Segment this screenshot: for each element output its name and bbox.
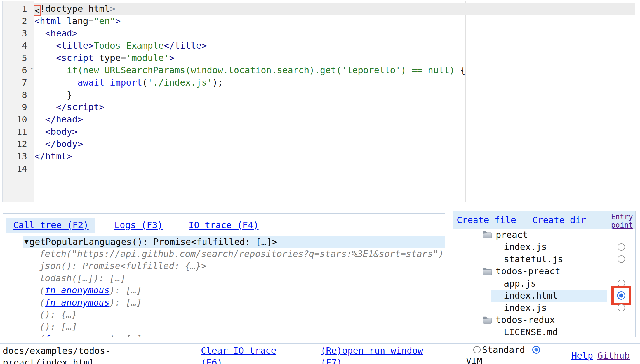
- entry-point-radio[interactable]: [618, 255, 625, 263]
- tree-item-label[interactable]: todos-redux: [482, 314, 607, 326]
- tree-indent: [453, 265, 482, 278]
- tree-item-label[interactable]: index.js: [491, 302, 607, 314]
- editor-line[interactable]: 3 <head>: [3, 27, 635, 39]
- tree-item-name: index.js: [504, 302, 547, 313]
- line-number: 3: [3, 27, 34, 39]
- call-tree: ▼getPopularLanguages(): Promise<fulfille…: [3, 236, 445, 337]
- editor-line[interactable]: 1<!doctype html>: [3, 3, 635, 15]
- tree-indent: [453, 229, 482, 241]
- tree-item-label[interactable]: index.html: [491, 290, 607, 302]
- tree-file-stateful.js[interactable]: stateful.js: [453, 253, 635, 265]
- entry-point-radio[interactable]: [618, 243, 625, 251]
- tab-logs-f3[interactable]: Logs (F3): [108, 218, 170, 233]
- call-tree-panel: Call tree (F2)Logs (F3)IO trace (F4) ▼ge…: [3, 213, 445, 337]
- standard-keymap-label[interactable]: Standard: [482, 344, 525, 355]
- code-token: [34, 53, 56, 63]
- code-editor[interactable]: 1<!doctype html>2<html lang="en">3 <head…: [2, 1, 635, 202]
- tree-item-name: todos-preact: [496, 266, 560, 276]
- line-number: 12: [3, 138, 34, 150]
- code-token: </html>: [34, 151, 72, 162]
- fn-anonymous-link[interactable]: fn anonymous: [45, 285, 109, 296]
- code-token: [34, 40, 56, 51]
- call-tree-node[interactable]: json(): Promise<fulfilled: {…}>: [3, 260, 445, 272]
- code-line-text: </script>: [34, 101, 635, 113]
- expanded-arrow-icon[interactable]: ▼: [24, 238, 29, 246]
- tree-folder-preact[interactable]: preact: [453, 229, 635, 241]
- editor-line[interactable]: 6▾ if(new URLSearchParams(window.locatio…: [3, 64, 635, 76]
- fn-anonymous-link[interactable]: fn anonymous: [45, 297, 109, 308]
- clear-io-trace-button[interactable]: Clear IO trace (F6): [201, 345, 285, 364]
- code-token: <title>: [56, 40, 94, 51]
- entry-point-radio-selected[interactable]: [617, 291, 625, 300]
- entry-point-radio[interactable]: [618, 304, 625, 311]
- editor-line[interactable]: 4 <title>Todos Example</title>: [3, 39, 635, 52]
- call-tree-node[interactable]: (): {…}: [3, 309, 445, 321]
- editor-lines[interactable]: 1<!doctype html>2<html lang="en">3 <head…: [3, 3, 635, 175]
- standard-keymap-radio[interactable]: [473, 346, 481, 353]
- page-bottom-border: [0, 363, 640, 363]
- tree-item-label[interactable]: preact: [482, 229, 607, 241]
- create-dir-button[interactable]: Create dir: [532, 215, 586, 225]
- editor-line[interactable]: 2<html lang="en">: [3, 15, 635, 27]
- editor-line[interactable]: 11 <body>: [3, 126, 635, 138]
- reopen-run-window-button[interactable]: (Re)open run window (F7): [321, 345, 430, 364]
- tab-io-trace-f4[interactable]: IO trace (F4): [182, 218, 265, 233]
- tree-item-name: todos-redux: [496, 315, 555, 325]
- call-tree-node[interactable]: (fn anonymous): […]: [3, 333, 445, 337]
- keymap-toggle: Standard VIM: [466, 344, 550, 364]
- code-token: >: [110, 3, 115, 14]
- vim-keymap-radio[interactable]: [532, 346, 540, 354]
- tree-item-label[interactable]: index.js: [491, 241, 607, 253]
- fn-anonymous-link[interactable]: fn anonymous: [45, 334, 109, 337]
- tree-item-label[interactable]: todos-preact: [482, 265, 607, 278]
- editor-line[interactable]: 5 <script type='module'>: [3, 52, 635, 64]
- tree-item-name: LICENSE.md: [504, 327, 558, 337]
- editor-line[interactable]: 7 await import('./index.js');: [3, 76, 635, 89]
- editor-line[interactable]: 14: [3, 162, 635, 175]
- line-number: 11: [3, 126, 34, 138]
- call-tree-node[interactable]: (): […]: [3, 321, 445, 333]
- tab-call-tree-f2[interactable]: Call tree (F2): [6, 218, 95, 233]
- call-tree-node[interactable]: (fn anonymous): […]: [3, 297, 445, 309]
- call-tree-node[interactable]: (fn anonymous): […]: [3, 284, 445, 297]
- fold-arrow-icon[interactable]: ▾: [30, 65, 34, 72]
- editor-line[interactable]: 9 </script>: [3, 101, 635, 113]
- code-line-text: <head>: [34, 27, 635, 39]
- code-line-text: <!doctype html>: [34, 3, 635, 15]
- tree-folder-todos-redux[interactable]: todos-redux: [453, 314, 635, 326]
- help-link[interactable]: Help: [571, 350, 593, 362]
- tree-folder-todos-preact[interactable]: todos-preact: [453, 265, 635, 278]
- tree-item-label[interactable]: stateful.js: [491, 253, 607, 265]
- entry-point-cell: [607, 326, 635, 337]
- code-token: !doctype html: [40, 3, 110, 14]
- line-number: 7: [3, 76, 34, 89]
- editor-line[interactable]: 12 </body>: [3, 138, 635, 150]
- tree-file-index.html[interactable]: index.html: [453, 290, 635, 302]
- line-number: 2: [3, 15, 34, 27]
- code-token: "en": [94, 16, 115, 26]
- tree-file-LICENSE.md[interactable]: LICENSE.md: [453, 326, 635, 337]
- editor-line[interactable]: 10 </head>: [3, 113, 635, 126]
- call-tree-node-label: ): […]: [109, 285, 142, 296]
- entry-point-cell: [607, 229, 635, 241]
- code-token: </script>: [56, 102, 104, 112]
- github-link[interactable]: Github: [597, 350, 630, 362]
- editor-line[interactable]: 13</html>: [3, 150, 635, 162]
- tree-indent: [453, 241, 491, 253]
- entry-point-column-header[interactable]: Entry point: [600, 212, 633, 229]
- code-token: <script: [56, 53, 94, 63]
- tree-file-index.js[interactable]: index.js: [453, 241, 635, 253]
- tree-file-index.js[interactable]: index.js: [453, 302, 635, 314]
- code-line-text: <title>Todos Example</title>: [34, 39, 635, 52]
- tree-file-app.js[interactable]: app.js: [453, 277, 635, 290]
- tree-item-label[interactable]: LICENSE.md: [491, 326, 607, 337]
- call-tree-node[interactable]: fetch("https://api.github.com/search/rep…: [3, 248, 445, 260]
- tree-item-label[interactable]: app.js: [491, 277, 607, 290]
- call-tree-node-label: (: [39, 297, 45, 308]
- call-tree-node[interactable]: ▼getPopularLanguages(): Promise<fulfille…: [23, 236, 445, 248]
- create-file-button[interactable]: Create file: [457, 215, 516, 225]
- code-token: [34, 114, 45, 125]
- code-token: <html: [34, 16, 61, 26]
- call-tree-node[interactable]: lodash([…]): […]: [3, 272, 445, 285]
- editor-line[interactable]: 8 }: [3, 89, 635, 101]
